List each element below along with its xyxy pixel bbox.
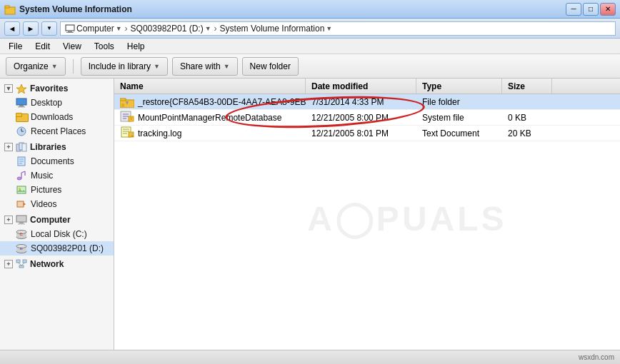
folder-dropdown-icon[interactable]: ▼ [326,25,332,32]
address-bar: ◄ ► ▼ Computer ▼ › SQ003982P01 (D:) ▼ › … [0,19,620,39]
col-header-date[interactable]: Date modified [306,79,416,93]
local-disk-label: Local Disk (C:) [31,229,87,239]
file-name-cell-1: MountPointManagerRemoteDatabase [114,111,306,124]
file-date-2: 12/21/2005 8:01 PM [306,128,416,138]
sidebar-libraries-section: + Libraries Documents Music Pi [0,140,114,211]
main-layout: ▼ Favorites Desktop Downloads [0,79,620,350]
network-label: Network [30,259,64,269]
organize-button[interactable]: Organize ▼ [6,57,66,76]
forward-button[interactable]: ► [23,21,39,36]
drive-dropdown-icon[interactable]: ▼ [205,25,211,32]
menu-edit[interactable]: Edit [29,40,56,53]
path-computer[interactable]: Computer ▼ [65,24,122,34]
svg-rect-44 [120,98,126,101]
local-disk-icon: C: [16,229,27,239]
computer-expand-icon[interactable]: + [4,216,13,224]
new-folder-label: New folder [250,61,291,71]
branding-text: wsxdn.com [579,353,614,361]
sidebar-network-header[interactable]: + Network [0,257,114,271]
table-row[interactable]: MountPointManagerRemoteDatabase 12/21/20… [114,110,620,126]
sidebar-item-documents[interactable]: Documents [0,154,114,168]
desktop-label: Desktop [31,98,62,108]
svg-rect-45 [121,103,124,107]
sidebar-item-local-disk[interactable]: C: Local Disk (C:) [0,227,114,241]
documents-icon [16,156,27,166]
svg-rect-7 [19,105,24,106]
menu-file[interactable]: File [3,40,28,53]
sidebar-item-videos[interactable]: Videos [0,197,114,211]
svg-text:C:: C: [20,232,24,236]
toolbar-separator-1 [73,59,74,74]
organize-dropdown-icon[interactable]: ▼ [51,63,58,70]
svg-rect-27 [16,216,26,222]
include-library-dropdown-icon[interactable]: ▼ [154,63,160,70]
computer-dropdown-icon[interactable]: ▼ [116,25,122,32]
file-type-1: System file [416,113,502,123]
recent-pages-button[interactable]: ▼ [41,21,57,36]
col-header-type[interactable]: Type [416,79,502,93]
new-folder-button[interactable]: New folder [242,57,299,76]
network-expand-icon[interactable]: + [4,260,13,268]
svg-rect-4 [66,32,74,33]
menu-help[interactable]: Help [121,40,151,53]
sys-file-icon-1 [120,111,134,124]
title-bar: System Volume Information ─ □ ✕ [0,0,620,19]
col-header-size[interactable]: Size [502,79,552,93]
toolbar: Organize ▼ Include in library ▼ Share wi… [0,54,620,79]
include-library-button[interactable]: Include in library ▼ [81,57,168,76]
path-drive[interactable]: SQ003982P01 (D:) ▼ [131,24,211,34]
svg-rect-40 [23,260,26,263]
sidebar-item-pictures[interactable]: Pictures [0,183,114,197]
include-library-label: Include in library [89,61,151,71]
menu-view[interactable]: View [57,40,87,53]
svg-rect-39 [16,260,20,263]
sidebar-computer-section: + Computer C: Local Disk (C:) D: SQ00398… [0,213,114,256]
sidebar-favorites-section: ▼ Favorites Desktop Downloads [0,81,114,138]
menu-tools[interactable]: Tools [89,40,120,53]
sidebar-item-desktop[interactable]: Desktop [0,96,114,110]
file-area: A◯PUALS Name Date modified Type Size [114,79,620,350]
svg-text:🔒: 🔒 [130,133,134,138]
share-with-button[interactable]: Share with ▼ [172,57,238,76]
sidebar: ▼ Favorites Desktop Downloads [0,79,114,350]
organize-label: Organize [14,61,49,71]
sidebar-libraries-header[interactable]: + Libraries [0,140,114,154]
sidebar-favorites-header[interactable]: ▼ Favorites [0,81,114,96]
log-file-icon-2: 🔒 [120,126,134,140]
sidebar-item-recent-places[interactable]: Recent Places [0,124,114,138]
svg-rect-6 [16,98,26,105]
back-button[interactable]: ◄ [4,21,20,36]
maximize-button[interactable]: □ [583,3,599,16]
table-row[interactable]: 🔒 tracking.log 12/21/2005 8:01 PM Text D… [114,126,620,141]
path-sep-1: › [125,24,128,34]
sidebar-item-sq-drive[interactable]: D: SQ003982P01 (D:) [0,241,114,256]
menu-bar: File Edit View Tools Help [0,39,620,54]
file-name-0: _restore{CF8A54B3-00DE-4AA7-AEA8-9EB5... [138,97,306,107]
table-row[interactable]: _restore{CF8A54B3-00DE-4AA7-AEA8-9EB5...… [114,94,620,110]
libraries-expand-icon[interactable]: + [4,143,13,151]
music-label: Music [31,171,53,181]
recent-places-icon [16,126,27,136]
svg-text:D:: D: [20,247,23,251]
svg-rect-3 [68,31,72,32]
sidebar-item-music[interactable]: Music [0,168,114,183]
sidebar-computer-header[interactable]: + Computer [0,213,114,227]
watermark: A◯PUALS [307,198,506,238]
address-path[interactable]: Computer ▼ › SQ003982P01 (D:) ▼ › System… [60,21,616,36]
sq-drive-label: SQ003982P01 (D:) [31,243,104,253]
minimize-button[interactable]: ─ [566,3,581,16]
close-button[interactable]: ✕ [600,3,616,16]
path-sep-2: › [214,24,217,34]
favorites-expand-icon[interactable]: ▼ [4,84,13,93]
col-header-name[interactable]: Name [114,79,306,93]
sidebar-item-downloads[interactable]: Downloads [0,110,114,124]
videos-icon [16,199,27,209]
share-with-dropdown-icon[interactable]: ▼ [224,63,230,70]
music-icon [16,171,27,181]
svg-rect-2 [66,25,74,31]
svg-rect-51 [129,116,134,121]
file-date-0: 7/31/2014 4:33 PM [306,97,416,107]
path-folder[interactable]: System Volume Information ▼ [220,24,333,34]
pictures-icon [16,185,27,195]
file-name-cell-0: _restore{CF8A54B3-00DE-4AA7-AEA8-9EB5... [114,96,306,108]
